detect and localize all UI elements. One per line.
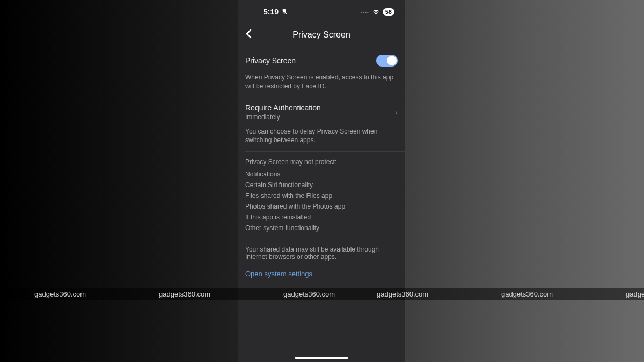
status-bar: 5:19 •••• 58 xyxy=(238,0,405,21)
watermark-text: gadgets360.com xyxy=(283,290,335,298)
watermark-bar: gadgets360.com gadgets360.com gadgets360… xyxy=(0,288,644,300)
limitation-item: Photos shared with the Photos app xyxy=(245,201,398,212)
signal-dots-icon: •••• xyxy=(361,10,369,14)
watermark-text: gadgets360.com xyxy=(626,290,644,298)
privacy-screen-label: Privacy Screen xyxy=(245,56,296,65)
wifi-icon xyxy=(372,9,380,15)
watermark-text: gadgets360.com xyxy=(159,290,210,298)
limitation-item: Certain Siri functionality xyxy=(245,180,398,190)
watermark-text: gadgets360.com xyxy=(377,290,428,298)
page-header: Privacy Screen xyxy=(238,21,405,49)
phone-screen: 5:19 •••• 58 Privacy Screen Privacy Scre… xyxy=(238,0,405,362)
chevron-right-icon: › xyxy=(395,108,398,116)
page-title: Privacy Screen xyxy=(245,30,398,40)
battery-indicator: 58 xyxy=(383,8,394,16)
watermark-text: gadgets360.com xyxy=(501,290,553,298)
limitation-item: Other system functionality xyxy=(245,223,398,233)
back-button[interactable] xyxy=(245,29,252,41)
privacy-screen-toggle[interactable] xyxy=(376,55,398,67)
limitations-heading: Privacy Screen may not protect: xyxy=(245,158,398,166)
require-auth-row[interactable]: Require Authentication Immediately › xyxy=(238,98,405,126)
require-auth-title: Require Authentication xyxy=(245,104,321,112)
chevron-left-icon xyxy=(245,29,252,39)
open-system-settings-link[interactable]: Open system settings xyxy=(238,264,405,283)
home-indicator[interactable] xyxy=(295,357,348,359)
privacy-screen-row: Privacy Screen xyxy=(238,49,405,72)
privacy-screen-description: When Privacy Screen is enabled, access t… xyxy=(238,72,405,98)
bell-muted-icon xyxy=(281,8,288,16)
require-auth-value: Immediately xyxy=(245,113,321,121)
limitation-item: If this app is reinstalled xyxy=(245,212,398,223)
status-time: 5:19 xyxy=(264,8,279,16)
require-auth-description: You can choose to delay Privacy Screen w… xyxy=(238,126,405,152)
limitations-section: Privacy Screen may not protect: Notifica… xyxy=(238,152,405,264)
limitations-footer: Your shared data may still be available … xyxy=(245,244,398,262)
limitation-item: Files shared with the Files app xyxy=(245,190,398,201)
limitation-item: Notifications xyxy=(245,169,398,180)
watermark-text: gadgets360.com xyxy=(34,290,86,298)
